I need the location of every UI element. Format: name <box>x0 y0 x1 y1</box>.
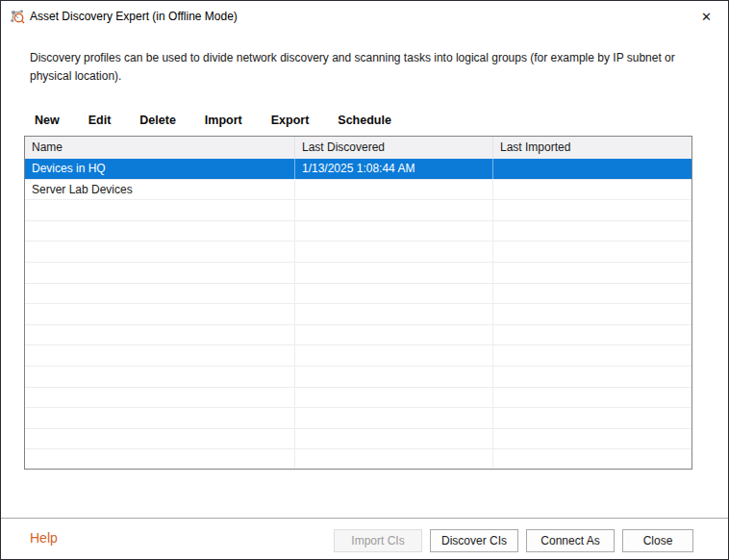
table-cell-empty <box>493 200 691 220</box>
table-header: Name Last Discovered Last Imported <box>25 137 691 159</box>
table-cell-empty <box>295 408 493 428</box>
table-row-empty <box>25 263 691 284</box>
table-cell-empty <box>493 325 691 345</box>
table-row-empty <box>25 345 691 367</box>
table-cell-empty <box>295 200 493 220</box>
cell-name: Devices in HQ <box>25 159 295 179</box>
table-row-empty <box>25 221 691 242</box>
toolbar-new[interactable]: New <box>35 114 60 127</box>
cell-last-imported <box>493 159 691 179</box>
footer-buttons: Import CIs Discover CIs Connect As Close <box>334 529 693 552</box>
table-cell-empty <box>493 263 691 283</box>
cell-last-discovered: 1/13/2025 1:08:44 AM <box>295 159 493 179</box>
column-header-last-imported[interactable]: Last Imported <box>493 137 691 158</box>
discover-cis-button[interactable]: Discover CIs <box>430 529 518 552</box>
table-cell-empty <box>295 345 493 366</box>
table-cell-empty <box>25 429 295 449</box>
cell-name: Server Lab Devices <box>25 180 295 200</box>
toolbar-edit[interactable]: Edit <box>88 114 112 127</box>
cell-last-discovered <box>295 180 493 200</box>
column-header-name[interactable]: Name <box>25 137 295 158</box>
import-cis-button[interactable]: Import CIs <box>334 529 422 552</box>
close-icon[interactable]: ✕ <box>685 1 728 32</box>
table-row-server-lab-devices[interactable]: Server Lab Devices <box>25 180 691 201</box>
table-cell-empty <box>295 367 493 387</box>
table-cell-empty <box>25 388 295 408</box>
table-cell-empty <box>295 242 493 262</box>
table-row-empty <box>25 304 691 325</box>
profiles-table[interactable]: Name Last Discovered Last Imported Devic… <box>24 136 692 470</box>
table-cell-empty <box>25 242 295 262</box>
table-cell-empty <box>493 242 691 262</box>
help-link[interactable]: Help <box>30 530 58 546</box>
table-cell-empty <box>493 449 691 470</box>
table-cell-empty <box>295 263 493 283</box>
table-cell-empty <box>25 284 295 304</box>
dialog-asset-discovery-expert: Asset Discovery Expert (in Offline Mode)… <box>0 0 729 560</box>
table-cell-empty <box>25 263 295 283</box>
table-cell-empty <box>25 304 295 324</box>
table-row-empty <box>25 388 691 409</box>
toolbar-export[interactable]: Export <box>271 114 310 127</box>
table-row-devices-in-hq[interactable]: Devices in HQ 1/13/2025 1:08:44 AM <box>25 159 691 180</box>
column-header-last-discovered[interactable]: Last Discovered <box>295 137 493 158</box>
table-row-empty <box>25 429 691 450</box>
window-title: Asset Discovery Expert (in Offline Mode) <box>30 10 238 23</box>
table-cell-empty <box>493 221 691 242</box>
toolbar: New Edit Delete Import Export Schedule <box>35 114 391 127</box>
toolbar-schedule[interactable]: Schedule <box>338 114 391 127</box>
connect-as-button[interactable]: Connect As <box>526 529 615 552</box>
table-cell-empty <box>25 367 295 387</box>
table-cell-empty <box>25 449 295 470</box>
table-cell-empty <box>25 200 295 220</box>
table-cell-empty <box>493 408 691 428</box>
table-cell-empty <box>25 408 295 428</box>
table-row-empty <box>25 367 691 388</box>
table-cell-empty <box>25 221 295 242</box>
table-row-empty <box>25 325 691 346</box>
toolbar-delete[interactable]: Delete <box>139 114 176 127</box>
table-cell-empty <box>295 388 493 408</box>
table-cell-empty <box>493 284 691 304</box>
table-body: Devices in HQ 1/13/2025 1:08:44 AM Serve… <box>25 159 691 470</box>
footer: Help Import CIs Discover CIs Connect As … <box>1 519 728 560</box>
description-text: Discovery profiles can be used to divide… <box>30 49 709 86</box>
table-cell-empty <box>493 304 691 324</box>
table-cell-empty <box>493 429 691 449</box>
close-button[interactable]: Close <box>622 529 693 552</box>
table-cell-empty <box>295 304 493 324</box>
cell-last-imported <box>493 180 691 200</box>
table-cell-empty <box>25 345 295 366</box>
table-cell-empty <box>295 429 493 449</box>
table-row-empty <box>25 242 691 263</box>
table-row-empty <box>25 284 691 305</box>
table-cell-empty <box>25 325 295 345</box>
table-row-empty <box>25 408 691 429</box>
table-cell-empty <box>295 221 493 242</box>
table-cell-empty <box>493 388 691 408</box>
table-cell-empty <box>295 284 493 304</box>
table-cell-empty <box>493 345 691 366</box>
title-bar[interactable]: Asset Discovery Expert (in Offline Mode)… <box>1 1 728 33</box>
table-cell-empty <box>493 367 691 387</box>
app-icon <box>10 9 26 25</box>
table-cell-empty <box>295 449 493 470</box>
toolbar-import[interactable]: Import <box>205 114 242 127</box>
table-row-empty <box>25 200 691 221</box>
table-row-empty <box>25 449 691 470</box>
table-cell-empty <box>295 325 493 345</box>
